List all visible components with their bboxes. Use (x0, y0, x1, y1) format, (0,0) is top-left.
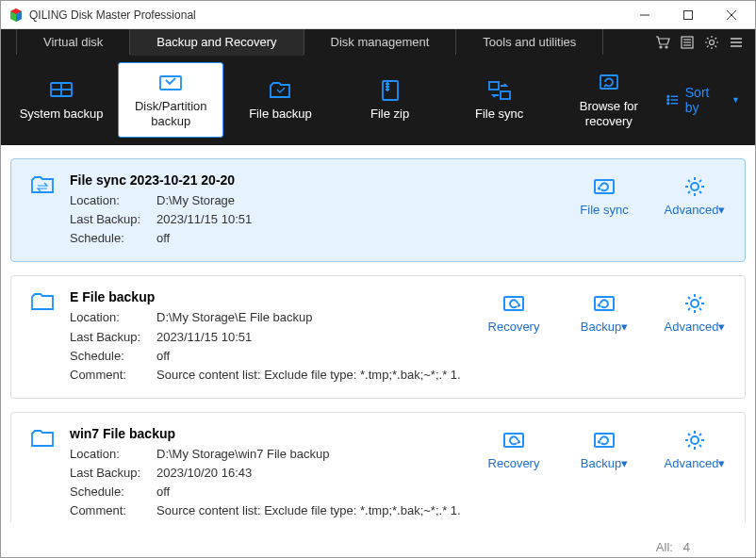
task-title: E File backup (70, 289, 466, 304)
file-backup-button[interactable]: File backup (227, 62, 333, 138)
maximize-button[interactable] (666, 1, 710, 29)
menu-icon[interactable] (725, 29, 748, 55)
last-backup-value: 2023/11/15 10:51 (156, 328, 466, 347)
browse-recovery-icon (597, 71, 621, 95)
minimize-button[interactable] (623, 1, 666, 29)
file-sync-icon (487, 78, 512, 103)
file-sync-button[interactable]: File sync (447, 62, 552, 138)
tab-backup-recovery[interactable]: Backup and Recovery (130, 29, 304, 55)
schedule-label: Schedule: (70, 347, 156, 366)
last-backup-label: Last Backup: (70, 210, 156, 229)
svg-rect-4 (684, 10, 693, 19)
tab-tools-utilities[interactable]: Tools and utilities (456, 29, 603, 55)
toolbar-label: System backup (20, 107, 104, 122)
backup-action[interactable]: Backup▾ (571, 428, 637, 470)
sync-icon (592, 174, 616, 199)
svg-rect-24 (501, 91, 510, 99)
action-label: File sync (580, 203, 628, 217)
task-list: File sync 2023-10-21 20-20 Location:D:\M… (1, 145, 755, 522)
svg-point-30 (667, 103, 669, 105)
main-tabs: Virtual disk Backup and Recovery Disk ma… (1, 29, 755, 55)
titlebar: QILING Disk Master Professional (1, 1, 755, 29)
log-icon[interactable] (676, 29, 698, 55)
last-backup-label: Last Backup: (70, 464, 156, 483)
svg-point-7 (660, 46, 662, 48)
svg-rect-21 (383, 81, 398, 100)
location-value: D:\My Storage\E File backup (156, 308, 466, 327)
recovery-action[interactable]: Recovery (481, 428, 547, 470)
backup-icon (592, 428, 616, 452)
location-value: D:\My Storage\win7 File backup (156, 445, 466, 464)
window-title: QILING Disk Master Professional (29, 8, 623, 22)
folder-icon (30, 428, 55, 521)
last-backup-value: 2023/10/20 16:43 (156, 464, 466, 483)
location-label: Location: (70, 308, 156, 327)
svg-point-8 (666, 46, 667, 48)
advanced-action[interactable]: Advanced▾ (662, 428, 728, 470)
advanced-action[interactable]: Advanced▾ (662, 174, 728, 217)
folder-sync-icon (30, 174, 55, 248)
task-actions: Recovery Backup▾ Advanced▾ (481, 426, 728, 521)
svg-point-39 (691, 436, 698, 444)
tab-disk-management[interactable]: Disk management (304, 29, 457, 55)
backup-icon (592, 291, 616, 316)
comment-label: Comment: (70, 501, 156, 520)
toolbar-label: Browse for recovery (556, 99, 662, 128)
file-zip-button[interactable]: File zip (337, 62, 442, 138)
all-label: All: (656, 540, 673, 554)
task-item[interactable]: File sync 2023-10-21 20-20 Location:D:\M… (10, 158, 746, 262)
footer-count: All: 4 (656, 540, 690, 554)
sort-by-button[interactable]: Sort by ▼ (666, 85, 740, 115)
file-sync-action[interactable]: File sync (571, 174, 637, 217)
system-backup-button[interactable]: System backup (8, 62, 114, 138)
action-label: Backup▾ (581, 456, 628, 470)
tab-virtual-disk[interactable]: Virtual disk (16, 29, 130, 55)
task-title: File sync 2023-10-21 20-20 (70, 172, 556, 188)
task-body: File sync 2023-10-21 20-20 Location:D:\M… (70, 172, 556, 248)
disk-partition-backup-button[interactable]: Disk/Partition backup (118, 62, 223, 138)
backup-action[interactable]: Backup▾ (571, 291, 637, 334)
recovery-icon (501, 291, 526, 316)
task-title: win7 File backup (70, 426, 466, 441)
last-backup-value: 2023/11/15 10:51 (156, 210, 556, 229)
close-button[interactable] (710, 1, 753, 29)
task-actions: Recovery Backup▾ Advanced▾ (481, 289, 728, 385)
last-backup-label: Last Backup: (70, 328, 156, 347)
toolbar-label: File sync (475, 107, 523, 122)
task-item[interactable]: E File backup Location:D:\My Storage\E F… (10, 275, 746, 399)
nav-icons (651, 29, 755, 55)
location-label: Location: (70, 445, 156, 464)
svg-point-36 (691, 300, 698, 307)
svg-point-26 (667, 95, 669, 97)
schedule-value: off (156, 347, 466, 366)
toolbar-label: File zip (370, 107, 409, 122)
browse-recovery-button[interactable]: Browse for recovery (556, 62, 662, 138)
system-backup-icon (49, 78, 74, 103)
action-label: Backup▾ (581, 320, 628, 334)
action-label: Recovery (488, 320, 540, 334)
recovery-action[interactable]: Recovery (481, 291, 547, 334)
svg-point-13 (710, 40, 715, 44)
gear-icon (682, 174, 707, 199)
all-count: 4 (683, 540, 690, 554)
svg-point-33 (691, 183, 698, 190)
action-label: Advanced▾ (665, 203, 726, 217)
comment-value: Source content list: Exclude file type: … (156, 501, 466, 520)
folder-icon (30, 291, 55, 385)
task-body: win7 File backup Location:D:\My Storage\… (70, 426, 466, 521)
task-item[interactable]: win7 File backup Location:D:\My Storage\… (10, 412, 746, 522)
advanced-action[interactable]: Advanced▾ (662, 291, 728, 334)
sort-icon (666, 92, 680, 107)
disk-partition-icon (158, 71, 183, 95)
file-backup-icon (268, 78, 292, 103)
gear-icon (682, 428, 707, 452)
cart-icon[interactable] (651, 29, 674, 55)
action-label: Advanced▾ (665, 320, 726, 334)
schedule-label: Schedule: (70, 483, 156, 501)
gear-icon (682, 291, 707, 316)
schedule-label: Schedule: (70, 229, 156, 248)
svg-point-28 (667, 99, 669, 101)
settings-icon[interactable] (700, 29, 723, 55)
svg-rect-23 (489, 82, 499, 90)
action-label: Recovery (488, 456, 540, 470)
